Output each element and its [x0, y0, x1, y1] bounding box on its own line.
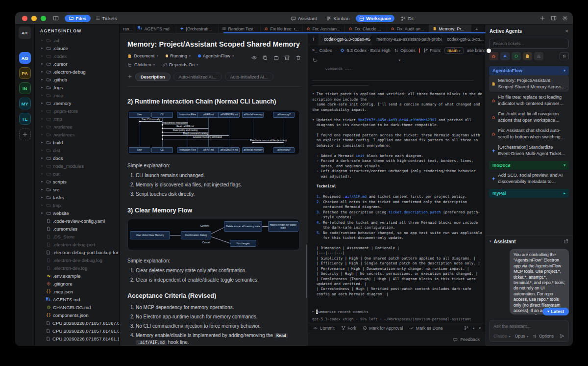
tree-item[interactable]: .electron-debug-port — [40, 240, 119, 248]
content-tab[interactable]: Auto-Initialized AI... — [173, 73, 222, 81]
archive-icon[interactable] — [284, 55, 290, 61]
feedback-button[interactable]: Feedback — [460, 337, 480, 342]
box-icon[interactable] — [273, 55, 279, 61]
terminal-tab[interactable]: codex-gpt-5.3-co... — [442, 33, 486, 45]
agent-selector[interactable]: >_ Codex — [312, 48, 332, 53]
send-icon[interactable] — [560, 334, 564, 339]
project-avatar-my[interactable]: MY — [19, 98, 31, 109]
tree-item[interactable]: .DS_Store — [40, 233, 119, 240]
agent-group-inodocs[interactable]: InoDocs▾ — [489, 161, 569, 170]
document-tab[interactable]: Random Test — [219, 25, 261, 33]
document-tab[interactable]: [Orchestrati... — [176, 25, 219, 33]
tree-item[interactable]: {}.mcp.json — [40, 288, 119, 295]
document-tab[interactable]: Fix: Claude ... — [345, 25, 387, 33]
tree-item[interactable]: ▸website — [40, 209, 119, 217]
assistant-options-button[interactable]: Options — [533, 334, 554, 339]
filter-docfile-button[interactable] — [523, 52, 532, 60]
new-window-icon[interactable] — [539, 15, 545, 21]
tree-item[interactable]: ▸node_modules — [40, 162, 119, 170]
agent-ticket-item[interactable]: [Orchestration] Standardize Event-Driven… — [489, 142, 569, 158]
tree-item[interactable]: ▸tmp — [40, 201, 119, 209]
terminal-prompt-line[interactable]: ▸ S ummarize recent commits — [308, 308, 486, 315]
mark-for-approval-button[interactable]: Mark for Approval — [363, 326, 403, 331]
document-tab[interactable]: Fix: Audit an... — [387, 25, 429, 33]
search-tickets-input[interactable]: Search tickets... — [489, 39, 569, 49]
filter-sparkle-button[interactable] — [500, 52, 510, 60]
tree-item[interactable]: ▸docs — [40, 154, 119, 162]
branch-select[interactable]: main ▾ — [444, 47, 464, 54]
assistant-input-card[interactable]: Ask the assistant... Claude ▾ Opus ▾ — [489, 320, 569, 342]
files-button[interactable]: Files — [65, 15, 91, 22]
terminal-tab[interactable]: codex-gpt-5.3-codex-#5 — [319, 33, 371, 45]
view-tab-assistant[interactable]: Assistant — [288, 15, 320, 22]
terminal-tab[interactable]: memory-e2e-assistant-path-probe — [371, 33, 442, 45]
latest-button[interactable]: ▾ Latest — [542, 308, 569, 315]
tree-item[interactable]: ▸.codex — [40, 52, 119, 60]
close-icon[interactable]: × — [565, 28, 568, 34]
content-tab[interactable]: Description — [135, 73, 171, 81]
filter-bug-button[interactable] — [489, 52, 498, 60]
agent-ticket-item[interactable]: Memory: Project/Assistant Scoped Shared … — [489, 75, 569, 92]
content-tab[interactable]: Auto-Initialized AI... — [225, 73, 273, 81]
tree-item[interactable]: CHANGELOG.md — [40, 303, 119, 311]
chevron-down-icon[interactable]: ▾ — [479, 326, 481, 330]
add-document-tab-button[interactable]: + — [471, 25, 482, 33]
children-selector[interactable]: Children ▾ — [127, 62, 155, 67]
document-scrollbar[interactable] — [306, 244, 307, 298]
assistant-header[interactable]: ▾ Assistant — [485, 236, 573, 247]
tree-item[interactable]: .gitignore — [40, 280, 119, 288]
provider-selector[interactable]: Claude ▾ — [493, 334, 511, 339]
tree-item[interactable]: ▸tasks — [40, 193, 119, 201]
tree-item[interactable]: ▸.tmp — [40, 115, 119, 123]
document-tab[interactable]: ran... — [120, 25, 134, 33]
agent-ticket-item[interactable]: Add SEO, social preview, and AI discover… — [489, 170, 569, 186]
tree-item[interactable]: ▸dist — [40, 146, 119, 154]
tree-item[interactable]: CPU.20260226.071857.81461.1.0... — [40, 335, 119, 342]
tree-item[interactable]: .cursorrules — [40, 225, 119, 233]
minimize-window-button[interactable] — [31, 16, 37, 21]
fork-button[interactable]: Fork — [341, 326, 356, 331]
watch-icon[interactable] — [251, 55, 257, 61]
chevron-up-icon[interactable]: ▴ — [473, 326, 475, 330]
sort-button[interactable] — [560, 52, 569, 60]
tree-item[interactable]: ▸src — [40, 185, 119, 193]
tree-item[interactable]: ▸.github — [40, 76, 119, 83]
tree-item[interactable]: ▸.logs — [40, 83, 119, 91]
tree-item[interactable]: ▸.worktrees — [40, 131, 119, 138]
model-selector[interactable]: Opus ▾ — [515, 334, 529, 339]
tree-item[interactable]: ▸.pnpm-store — [40, 107, 119, 115]
agent-ticket-item[interactable]: Fix: Assistant chat should auto-scroll t… — [489, 125, 569, 142]
document-tab[interactable]: Fix: Assistan... — [303, 25, 345, 33]
tree-item[interactable]: ▸out — [40, 170, 119, 178]
status-selector[interactable]: Running ▾ — [166, 53, 191, 58]
tree-item[interactable]: ▸.aif — [40, 36, 119, 44]
tree-item[interactable]: ▸.cursor — [40, 60, 119, 68]
tree-item[interactable]: .code-review-config.yaml — [40, 217, 119, 225]
project-avatar-pa[interactable]: PA — [19, 67, 31, 79]
tree-item[interactable]: ▸.memory — [40, 99, 119, 107]
history-icon[interactable] — [313, 57, 318, 63]
model-selector[interactable]: 5.3 Codex · Extra High — [340, 48, 391, 53]
document-tab[interactable]: M↓AGENTS.md — [134, 25, 176, 33]
settings-gear-icon[interactable] — [562, 15, 568, 21]
tree-item[interactable]: M↓AGENTS.md — [40, 295, 119, 303]
document-tab[interactable]: Fix file tree: r... — [261, 25, 303, 33]
trash-icon[interactable] — [295, 55, 301, 61]
tree-item[interactable]: .electron-dev.log — [40, 264, 119, 272]
tree-item[interactable]: ▸scripts — [40, 178, 119, 185]
stop-button[interactable] — [419, 48, 420, 53]
add-content-tab-button[interactable] — [127, 74, 132, 80]
add-terminal-button[interactable]: + — [308, 33, 319, 45]
zoom-window-button[interactable] — [41, 16, 46, 21]
mark-as-done-button[interactable]: Mark as Done — [409, 326, 442, 331]
project-selector[interactable]: AgentsInFlow ▾ — [198, 53, 234, 58]
tree-item[interactable]: {}components.json — [40, 311, 119, 319]
add-project-button[interactable] — [19, 129, 31, 140]
tree-item[interactable]: ▸build — [40, 138, 119, 146]
git-branch-icon[interactable] — [464, 326, 468, 330]
tree-item[interactable]: .electron-debug-port.backup-for-... — [40, 248, 119, 256]
copy-icon[interactable] — [262, 55, 268, 61]
tree-item[interactable]: ▸.mcp — [40, 91, 119, 99]
tree-item[interactable]: ▸.claude — [40, 44, 119, 52]
open-external-icon[interactable] — [564, 239, 568, 244]
